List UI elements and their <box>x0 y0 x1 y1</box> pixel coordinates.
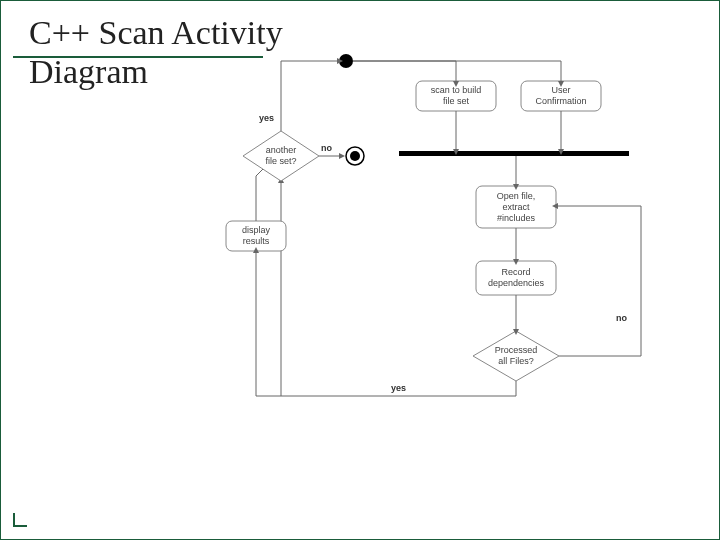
node-open-l3: #includes <box>497 213 536 223</box>
node-another-l1: another <box>266 145 297 155</box>
activity-diagram: scan to build file set User Confirmation… <box>1 1 720 540</box>
node-display-l2: results <box>243 236 270 246</box>
arrow-another-no <box>339 153 345 159</box>
sync-bar <box>399 151 629 156</box>
edge-start-userconf <box>353 61 561 81</box>
final-node-dot <box>350 151 360 161</box>
edge-processed-no-loop <box>556 206 641 356</box>
node-record-l2: dependencies <box>488 278 545 288</box>
node-scan-build-l2: file set <box>443 96 470 106</box>
slide-frame: C++ Scan Activity Diagram scan to build … <box>0 0 720 540</box>
node-record-l1: Record <box>501 267 530 277</box>
label-yes-bottom: yes <box>391 383 406 393</box>
edge-display-to-another <box>256 169 263 221</box>
edge-start-scan <box>353 61 456 81</box>
node-open-l2: extract <box>502 202 530 212</box>
node-processed-l1: Processed <box>495 345 538 355</box>
edge-another-yes <box>281 61 339 131</box>
label-yes-top: yes <box>259 113 274 123</box>
node-processed-l2: all Files? <box>498 356 534 366</box>
label-no-right: no <box>616 313 627 323</box>
node-another-l2: file set? <box>265 156 296 166</box>
node-open-l1: Open file, <box>497 191 536 201</box>
label-no-mid: no <box>321 143 332 153</box>
node-display-l1: display <box>242 225 271 235</box>
node-user-conf-l2: Confirmation <box>535 96 586 106</box>
